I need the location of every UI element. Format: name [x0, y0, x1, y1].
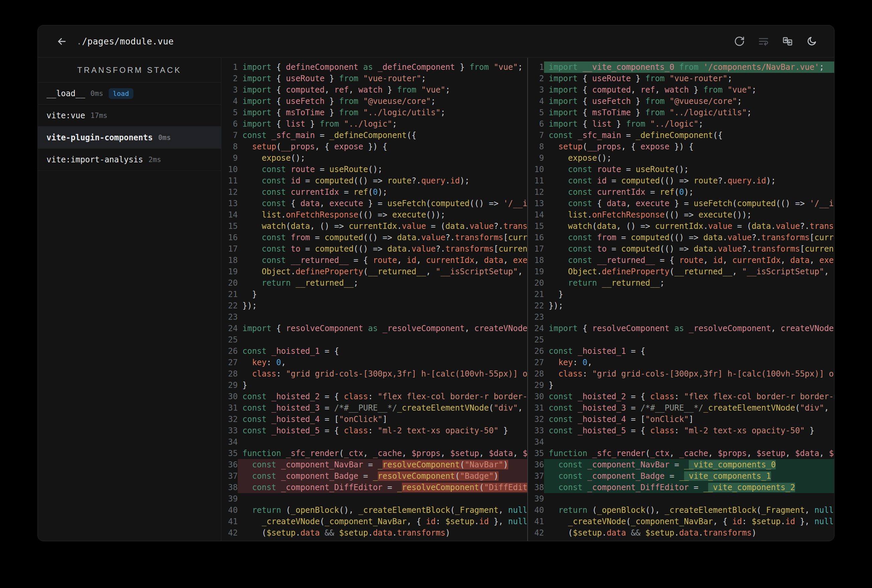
code-text: const _hoisted_5 = { class: "ml-2 text-x…: [544, 425, 834, 436]
code-text: const _hoisted_5 = { class: "ml-2 text-x…: [238, 425, 527, 436]
diff-panel-after[interactable]: 1import __vite_components_0 from '/compo…: [528, 58, 834, 541]
code-line: 9 expose();: [528, 152, 834, 164]
code-line: 8 setup(__props, { expose }) {: [528, 141, 834, 152]
load-badge: load: [109, 88, 134, 99]
code-text: expose();: [544, 152, 834, 164]
code-text: const __returned__ = { route, id, curren…: [544, 255, 834, 266]
line-number: 8: [222, 141, 238, 152]
line-number: 14: [528, 209, 544, 220]
theme-toggle[interactable]: [806, 35, 818, 48]
diff-panel-before[interactable]: 1import { defineComponent as _defineComp…: [222, 58, 528, 541]
line-number: 29: [222, 380, 238, 391]
sidebar-item-vite-plugin-components[interactable]: vite-plugin-components0ms: [38, 127, 221, 148]
code-text: });: [238, 300, 527, 311]
code-line: 31const _hoisted_3 = /*#__PURE__*/_creat…: [528, 402, 834, 414]
code-text: ($setup.data && $setup.data.transforms): [238, 527, 527, 538]
line-number: 34: [528, 436, 544, 448]
code-text: [238, 493, 527, 504]
line-number: 4: [222, 96, 238, 107]
code-text: }: [238, 289, 527, 300]
line-number: 3: [528, 84, 544, 96]
sidebar-item-load[interactable]: __load__0msload: [38, 82, 221, 105]
code-text: import { msToTime } from "../logic/utils…: [544, 107, 834, 118]
line-number: 16: [222, 232, 238, 243]
code-line: 6import { list } from "../logic";: [222, 118, 527, 130]
code-line: 36 const _component_NavBar = _resolveCom…: [222, 459, 527, 470]
header: ./pages/module.vue: [38, 26, 834, 57]
sidebar-item-vite-import-analysis[interactable]: vite:import-analysis2ms: [38, 148, 221, 171]
code-text: const currentIdx = ref(0);: [544, 186, 834, 198]
code-text: const _sfc_main = _defineComponent({: [544, 130, 834, 141]
wrap-lines-toggle[interactable]: [757, 35, 769, 48]
line-number: 41: [528, 516, 544, 527]
line-number: 31: [528, 402, 544, 414]
code-text: const _hoisted_3 = /*#__PURE__*/_createE…: [544, 402, 834, 414]
line-number: 7: [222, 130, 238, 141]
toolbar: [733, 35, 834, 48]
code-line: 30const _hoisted_2 = { class: "flex flex…: [222, 391, 527, 402]
plugin-name: __load__: [47, 89, 85, 98]
line-number: 36: [528, 459, 544, 470]
code-line: 27 key: 0,: [222, 357, 527, 368]
back-button[interactable]: [55, 35, 69, 48]
code-line: 8 setup(__props, { expose }) {: [222, 141, 527, 152]
code-text: const _sfc_main = _defineComponent({: [238, 130, 527, 141]
line-number: 17: [528, 243, 544, 255]
line-number: 41: [222, 516, 238, 527]
line-number: 40: [222, 504, 238, 516]
code-line: 18 const __returned__ = { route, id, cur…: [528, 255, 834, 266]
code-text: class: "grid grid-cols-[300px,3fr] h-[ca…: [238, 368, 527, 380]
code-text: }: [544, 380, 834, 391]
code-line: 10 const route = useRoute();: [222, 164, 527, 175]
code-line: 19 Object.defineProperty(__returned__, "…: [528, 266, 834, 277]
code-text: const currentIdx = ref(0);: [238, 186, 527, 198]
code-text: const _hoisted_2 = { class: "flex flex-c…: [238, 391, 527, 402]
code-text: import __vite_components_0 from '/compon…: [544, 62, 834, 73]
code-text: list.onFetchResponse(() => execute());: [544, 209, 834, 220]
code-line: 42 ($setup.data && $setup.data.transform…: [222, 527, 527, 538]
code-line: 41 _createVNode(_component_NavBar, { id:…: [528, 516, 834, 527]
line-number: 8: [528, 141, 544, 152]
code-line: 28 class: "grid grid-cols-[300px,3fr] h-…: [528, 368, 834, 380]
code-line: 20 return __returned__;: [222, 277, 527, 289]
code-line: 29}: [222, 380, 527, 391]
refresh-button[interactable]: [733, 35, 745, 48]
code-text: import { list } from "../logic";: [238, 118, 527, 130]
code-line: 19 Object.defineProperty(__returned__, "…: [222, 266, 527, 277]
code-line: 38 const _component_DiffEditor = __vite_…: [528, 482, 834, 493]
code-line: 34: [528, 436, 834, 448]
code-line: 23: [222, 311, 527, 323]
line-number: 27: [528, 357, 544, 368]
line-number: 28: [528, 368, 544, 380]
code-line: 16 const from = computed(() => data.valu…: [222, 232, 527, 243]
code-text: import { computed, ref, watch } from "vu…: [544, 84, 834, 96]
code-text: const id = computed(() => route?.query.i…: [544, 175, 834, 186]
code-line: 33const _hoisted_5 = { class: "ml-2 text…: [222, 425, 527, 436]
line-number: 18: [222, 255, 238, 266]
code-line: 27 key: 0,: [528, 357, 834, 368]
transform-stack-heading: TRANSFORM STACK: [38, 58, 221, 82]
code-line: 2import { useRoute } from "vue-router";: [528, 73, 834, 84]
code-line: 26const _hoisted_1 = {: [222, 345, 527, 357]
code-text: function _sfc_render(_ctx, _cache, $prop…: [544, 448, 834, 459]
code-text: }: [544, 289, 834, 300]
sidebar-item-vite-vue[interactable]: vite:vue17ms: [38, 105, 221, 127]
plugin-name: vite-plugin-components: [47, 133, 153, 142]
code-text: watch(data, () => currentIdx.value = (da…: [238, 220, 527, 232]
code-text: const _hoisted_4 = ["onClick"]: [544, 414, 834, 425]
line-number: 37: [222, 470, 238, 482]
code-line: 18 const __returned__ = { route, id, cur…: [222, 255, 527, 266]
code-text: [544, 311, 834, 323]
line-number: 13: [222, 198, 238, 209]
line-number: 29: [528, 380, 544, 391]
line-number: 15: [222, 220, 238, 232]
arrow-left-icon: [56, 36, 68, 47]
line-number: 23: [222, 311, 238, 323]
line-number: 21: [222, 289, 238, 300]
code-text: return __returned__;: [238, 277, 527, 289]
code-line: 17 const to = computed(() => data.value?…: [222, 243, 527, 255]
code-text: import { useFetch } from "@vueuse/core";: [238, 96, 527, 107]
code-text: import { useRoute } from "vue-router";: [238, 73, 527, 84]
split-diff-toggle[interactable]: [782, 35, 794, 48]
code-line: 11 const id = computed(() => route?.quer…: [528, 175, 834, 186]
